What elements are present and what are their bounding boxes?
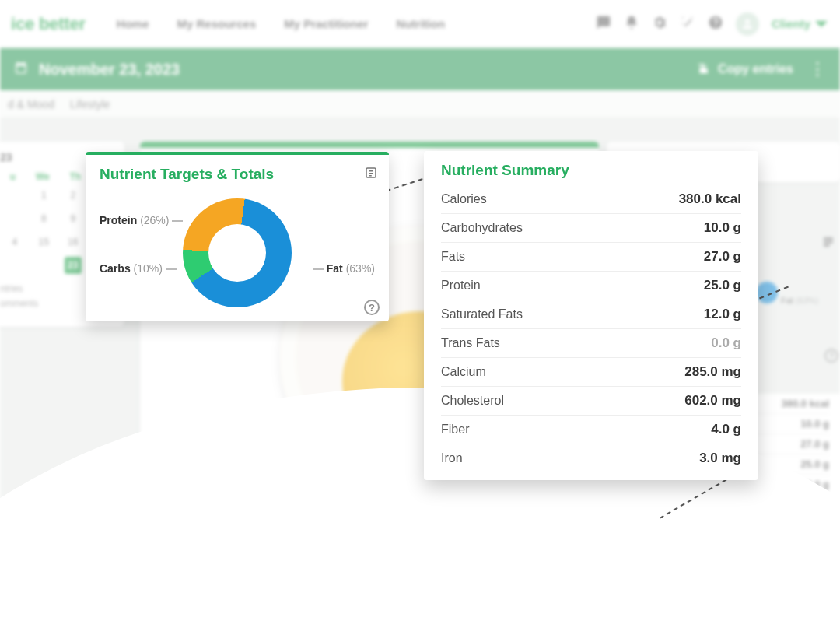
- summary-value: 25.0 g: [704, 278, 741, 293]
- nav-nutrition[interactable]: Nutrition: [397, 17, 445, 30]
- nav-my-practitioner[interactable]: My Practitioner: [284, 17, 368, 30]
- sub-tabs: d & Mood Lifestyle: [0, 90, 840, 118]
- summary-row: Calcium285.0 mg: [441, 358, 741, 387]
- summary-value: 4.0 g: [711, 422, 741, 437]
- summary-label: Saturated Fats: [441, 307, 523, 321]
- summary-row: Saturated Fats12.0 g: [441, 300, 741, 329]
- brand-logo: ice better: [11, 14, 86, 34]
- help-icon[interactable]: ?: [364, 300, 380, 315]
- summary-row: Fats27.0 g: [441, 243, 741, 272]
- summary-value: 27.0 g: [704, 249, 741, 265]
- summary-label: Calories: [441, 192, 487, 206]
- nutrient-summary-card: Nutrient Summary Calories380.0 kcalCarbo…: [424, 151, 758, 480]
- carbs-label: Carbs (10%): [100, 262, 180, 275]
- help-icon[interactable]: [708, 15, 723, 33]
- summary-label: Iron: [441, 451, 463, 465]
- bg-help-icon[interactable]: ?: [824, 349, 838, 363]
- calendar-cell[interactable]: 8: [35, 210, 52, 227]
- fat-label: Fat (63%): [310, 262, 375, 275]
- bg-fat-label: Fat (63%): [781, 296, 818, 305]
- calendar-cell[interactable]: 4: [6, 233, 23, 251]
- summary-label: Trans Fats: [441, 336, 500, 350]
- summary-row: Carbohydrates10.0 g: [441, 214, 741, 243]
- gear-icon[interactable]: [652, 15, 667, 33]
- summary-value: 380.0 kcal: [679, 191, 741, 207]
- calendar-cell[interactable]: 2: [65, 187, 82, 204]
- cal-day-head: u: [10, 171, 16, 182]
- calendar-cell[interactable]: 15: [35, 233, 52, 251]
- summary-row: Protein25.0 g: [441, 272, 741, 300]
- tab-lifestyle[interactable]: Lifestyle: [70, 98, 110, 111]
- nutrient-targets-card: Nutrient Targets & Totals Protein (26%) …: [86, 152, 389, 321]
- notes-icon[interactable]: [364, 166, 378, 183]
- summary-label: Fats: [441, 250, 465, 264]
- summary-row: Trans Fats0.0 g: [441, 329, 741, 358]
- bell-icon[interactable]: [624, 15, 639, 33]
- calendar-cell: [6, 187, 23, 204]
- copy-entries-button[interactable]: Copy entries: [696, 62, 793, 76]
- nutrient-summary-title: Nutrient Summary: [441, 162, 741, 179]
- summary-value: 602.0 mg: [684, 393, 741, 409]
- tab-mood[interactable]: d & Mood: [8, 98, 54, 111]
- summary-label: Fiber: [441, 423, 469, 437]
- summary-row: Iron3.0 mg: [441, 444, 741, 472]
- more-menu-icon[interactable]: ⋮: [809, 59, 826, 79]
- macro-donut-chart: [183, 198, 292, 307]
- calendar-cell[interactable]: 1: [35, 187, 52, 204]
- nutrient-targets-title: Nutrient Targets & Totals: [100, 166, 375, 183]
- chat-icon[interactable]: [596, 15, 611, 33]
- summary-label: Calcium: [441, 365, 486, 379]
- notes-icon[interactable]: [821, 235, 835, 252]
- calendar-cell: [6, 257, 23, 274]
- summary-value: 3.0 mg: [699, 451, 741, 466]
- calendar-cell: [6, 210, 23, 227]
- summary-label: Carbohydrates: [441, 221, 523, 235]
- calendar-icon[interactable]: [14, 61, 28, 79]
- calendar-cell[interactable]: 23: [65, 257, 82, 274]
- avatar[interactable]: [736, 12, 759, 36]
- date-bar: November 23, 2023 Copy entries ⋮: [0, 48, 840, 90]
- wand-icon[interactable]: [680, 15, 695, 33]
- summary-label: Protein: [441, 279, 481, 293]
- summary-value: 0.0 g: [711, 335, 741, 351]
- summary-value: 10.0 g: [704, 220, 741, 236]
- nav-my-resources[interactable]: My Resources: [177, 17, 257, 30]
- topbar: ice better Home My Resources My Practiti…: [0, 0, 840, 48]
- nav-home[interactable]: Home: [117, 17, 149, 30]
- calendar-cell[interactable]: 16: [65, 233, 82, 251]
- summary-row: Calories380.0 kcal: [441, 185, 741, 214]
- cal-day-head: Th: [69, 171, 81, 182]
- calendar-cell: [35, 257, 52, 274]
- summary-row: Fiber4.0 g: [441, 416, 741, 444]
- summary-row: Cholesterol602.0 mg: [441, 387, 741, 416]
- main-nav: Home My Resources My Practitioner Nutrit…: [117, 17, 445, 30]
- cal-day-head: We: [36, 171, 50, 182]
- summary-label: Cholesterol: [441, 394, 504, 408]
- client-dropdown[interactable]: Clienty: [772, 16, 829, 32]
- summary-value: 285.0 mg: [684, 364, 741, 380]
- protein-label: Protein (26%): [100, 214, 186, 226]
- calendar-cell[interactable]: 9: [65, 210, 82, 227]
- summary-value: 12.0 g: [704, 307, 741, 322]
- selected-date[interactable]: November 23, 2023: [39, 61, 180, 79]
